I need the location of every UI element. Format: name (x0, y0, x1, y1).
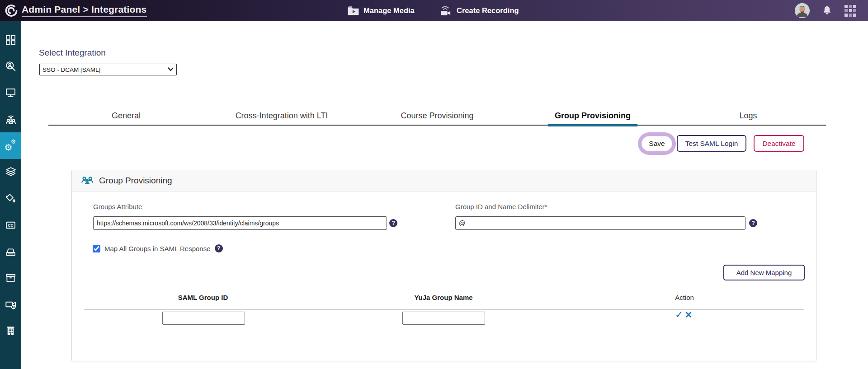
card-title: Group Provisioning (99, 176, 172, 186)
group-provisioning-card: Group Provisioning Groups Attribute ? Gr… (71, 170, 816, 361)
map-all-groups-label: Map All Groups in SAML Response (104, 245, 211, 252)
groups-attribute-input[interactable] (93, 216, 387, 230)
closed-captions-icon: CC (5, 219, 17, 231)
audience-broadcast-icon (5, 113, 17, 126)
card-header: Group Provisioning (72, 170, 816, 192)
archive-box-icon (5, 272, 17, 284)
sidebar-item-content-layers[interactable] (0, 159, 21, 186)
save-button[interactable]: Save (642, 136, 672, 151)
integration-tabs: General Cross-Integration with LTI Cours… (48, 107, 826, 126)
sidebar-item-dashboard[interactable] (0, 27, 21, 53)
sidebar-item-branding[interactable] (0, 186, 21, 212)
svg-text:CC: CC (8, 223, 13, 228)
dashboard-grid-icon (5, 34, 17, 46)
sidebar-item-devices[interactable] (0, 79, 21, 106)
map-all-groups-checkbox[interactable] (93, 245, 100, 252)
sidebar-item-archive[interactable] (0, 265, 21, 291)
apps-grid-icon[interactable] (844, 5, 856, 17)
cancel-row-icon[interactable]: ✕ (684, 310, 692, 319)
select-integration-label: Select Integration (39, 48, 106, 58)
integration-select[interactable]: SSO - DCAM [SAML] (39, 64, 177, 75)
user-avatar[interactable] (795, 3, 810, 18)
notifications-bell-icon[interactable] (821, 5, 833, 16)
group-people-icon (80, 175, 94, 187)
groups-attribute-label: Groups Attribute (93, 203, 142, 210)
sidebar-item-user-search[interactable] (0, 53, 21, 80)
yuja-group-name-input[interactable] (402, 312, 485, 325)
recorder-broadcast-icon (440, 5, 453, 17)
sidebar-item-storage[interactable] (0, 238, 21, 265)
add-new-mapping-button[interactable]: Add New Mapping (723, 265, 805, 280)
create-recording-button[interactable]: Create Recording (440, 0, 519, 21)
storage-drive-icon (5, 246, 17, 258)
tab-group-provisioning[interactable]: Group Provisioning (515, 107, 670, 125)
admin-panel-page: Admin Panel > Integrations Manage Media … (0, 0, 868, 369)
paint-bucket-icon (5, 192, 17, 205)
tab-logs[interactable]: Logs (670, 107, 826, 125)
table-header-divider (84, 309, 804, 310)
topbar-right-group (795, 0, 856, 21)
test-saml-login-button[interactable]: Test SAML Login (677, 135, 746, 152)
confirm-row-icon[interactable]: ✓ (675, 310, 683, 320)
organization-building-icon (5, 325, 17, 337)
user-search-icon (5, 60, 17, 72)
map-all-groups-help-icon[interactable]: ? (215, 244, 223, 252)
delimiter-input[interactable] (455, 216, 745, 230)
monitor-icon (5, 87, 17, 99)
sidebar-item-integrations[interactable]: ⚙ ⚙ (0, 132, 21, 159)
tab-cross-integration-lti[interactable]: Cross-Integration with LTI (204, 107, 359, 125)
delimiter-help-icon[interactable]: ? (749, 219, 757, 227)
sidebar: ⚙ ⚙ CC (0, 21, 21, 369)
yuja-logo[interactable] (4, 4, 19, 18)
folder-play-icon (347, 5, 359, 16)
column-header-action: Action (675, 294, 694, 301)
deactivate-button[interactable]: Deactivate (754, 135, 804, 152)
page-title: Admin Panel > Integrations (22, 4, 147, 17)
layers-icon (5, 166, 17, 178)
tab-general[interactable]: General (48, 107, 204, 125)
sidebar-item-live-audience[interactable] (0, 106, 21, 133)
saml-group-id-input[interactable] (162, 312, 245, 325)
column-header-saml-group-id: SAML Group ID (178, 294, 228, 301)
settings-gears-icon: ⚙ ⚙ (4, 139, 18, 153)
topbar: Admin Panel > Integrations Manage Media … (0, 0, 868, 21)
video-recorder-icon (5, 298, 17, 311)
sidebar-item-captions[interactable]: CC (0, 212, 21, 238)
column-header-yuja-group-name: YuJa Group Name (414, 294, 472, 301)
integration-select-wrap: SSO - DCAM [SAML] (39, 64, 177, 75)
row-actions: ✓ ✕ (675, 310, 692, 320)
map-all-groups-row: Map All Groups in SAML Response ? (93, 244, 223, 252)
manage-media-label: Manage Media (363, 6, 415, 15)
sidebar-item-organization[interactable] (0, 318, 21, 345)
delimiter-label: Group ID and Name Delimiter* (455, 203, 547, 210)
tab-course-provisioning[interactable]: Course Provisioning (359, 107, 515, 125)
create-recording-label: Create Recording (457, 6, 519, 15)
groups-attribute-help-icon[interactable]: ? (389, 219, 397, 227)
manage-media-button[interactable]: Manage Media (347, 0, 415, 21)
sidebar-item-recorder-settings[interactable] (0, 291, 21, 318)
